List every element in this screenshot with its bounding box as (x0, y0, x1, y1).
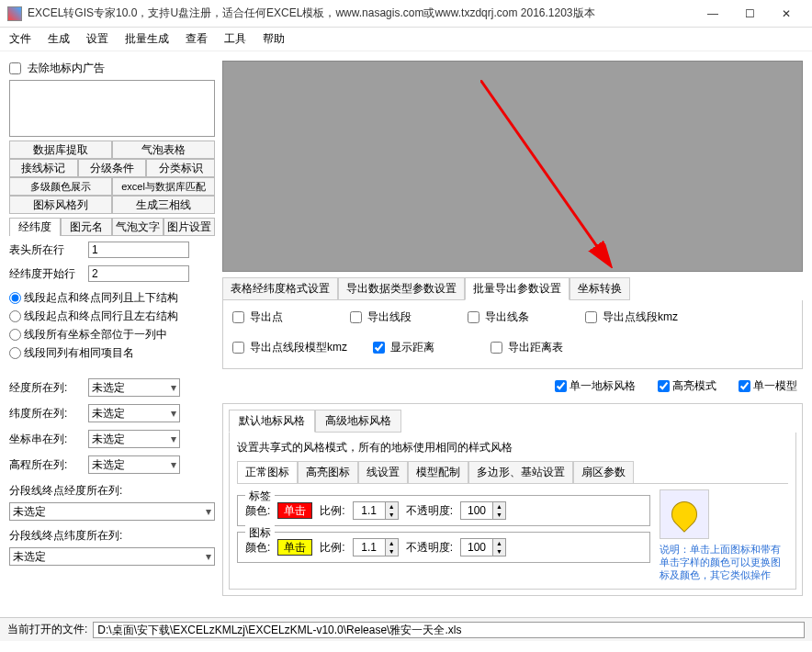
sstab-line-setting[interactable]: 线设置 (358, 461, 408, 483)
icon-style-col-button[interactable]: 图标风格列 (9, 196, 112, 214)
tab-bubble-text[interactable]: 气泡文字 (112, 218, 164, 236)
multi-color-button[interactable]: 多级颜色展示 (9, 177, 112, 196)
chk-export-line-label: 导出线条 (485, 309, 529, 325)
label-color-swatch[interactable]: 单击 (277, 502, 312, 519)
style-box: 默认地标风格 高级地标风格 设置共享式的风格模式，所有的地标使用相同的样式风格 … (222, 403, 803, 596)
chk-highlight-mode-label: 高亮模式 (672, 379, 716, 392)
maximize-button[interactable]: ☐ (731, 1, 768, 27)
seg-lng-select[interactable]: 未选定 (9, 502, 215, 521)
ptab-format[interactable]: 表格经纬度格式设置 (222, 277, 338, 300)
coord-col-select[interactable]: 未选定 (88, 430, 180, 448)
sstab-sector-param[interactable]: 扇区参数 (573, 461, 634, 483)
radio-horizontal-label: 线段起点和终点同行且左右结构 (24, 309, 178, 322)
pushpin-icon (666, 496, 703, 533)
menu-view[interactable]: 查看 (186, 31, 208, 47)
db-extract-button[interactable]: 数据库提取 (9, 141, 112, 159)
chk-export-point[interactable] (232, 311, 244, 323)
chk-export-ptsegmodel-kmz-label: 导出点线段模型kmz (250, 340, 347, 355)
chk-export-point-label: 导出点 (250, 309, 283, 325)
header-row-input[interactable] (88, 242, 189, 258)
icon-ratio-spin[interactable]: ▲▼ (353, 538, 399, 556)
chk-export-line[interactable] (468, 311, 479, 323)
ad-preview-box (9, 80, 215, 137)
close-button[interactable]: ✕ (768, 1, 805, 27)
tab-image-set[interactable]: 图片设置 (164, 218, 215, 236)
param-body: 导出点 导出线段 导出线条 导出点线段kmz 导出点线段模型kmz 显示距离 导… (222, 300, 803, 369)
gen-3line-button[interactable]: 生成三相线 (112, 196, 215, 214)
header-row-label: 表头所在行 (9, 242, 83, 258)
chk-single-landmark[interactable] (555, 380, 567, 392)
chk-show-distance-label: 显示距离 (390, 340, 434, 355)
sstab-normal-icon[interactable]: 正常图标 (237, 461, 298, 483)
menu-generate[interactable]: 生成 (48, 31, 70, 47)
seg-lat-select[interactable]: 未选定 (9, 547, 215, 566)
radio-horizontal[interactable] (9, 310, 21, 322)
ptab-export-type[interactable]: 导出数据类型参数设置 (338, 277, 465, 300)
menu-file[interactable]: 文件 (9, 31, 31, 47)
label-opac-spin[interactable]: ▲▼ (460, 501, 506, 520)
seg-lng-label: 分段线终点经度所在列: (9, 483, 215, 499)
lng-col-label: 经度所在列: (9, 380, 83, 396)
remove-ad-checkbox[interactable] (9, 62, 21, 74)
grade-cond-button[interactable]: 分级条件 (78, 159, 147, 177)
label-opac-lbl: 不透明度: (406, 503, 453, 519)
elev-col-select[interactable]: 未选定 (88, 455, 180, 474)
tab-element-name[interactable]: 图元名 (61, 218, 112, 236)
export-checks: 导出点 导出线段 导出线条 导出点线段kmz 导出点线段模型kmz 显示距离 导… (232, 309, 793, 355)
right-panel: 表格经纬度格式设置 导出数据类型参数设置 批量导出参数设置 坐标转换 导出点 导… (222, 61, 803, 608)
radio-sameproject[interactable] (9, 347, 21, 359)
app-icon (7, 6, 22, 21)
menu-help[interactable]: 帮助 (263, 31, 285, 47)
lng-col-select[interactable]: 未选定 (88, 378, 180, 397)
radio-onecolumn-label: 线段所有坐标全部位于一列中 (24, 328, 167, 341)
start-row-input[interactable] (88, 265, 189, 282)
icon-preview[interactable] (660, 489, 709, 539)
left-tabs: 经纬度 图元名 气泡文字 图片设置 (9, 218, 215, 236)
status-label: 当前打开的文件: (7, 622, 87, 637)
chk-show-distance[interactable] (373, 342, 385, 354)
arrow-annotation (480, 80, 627, 282)
lat-col-label: 纬度所在列: (9, 406, 83, 422)
lat-col-select[interactable]: 未选定 (88, 404, 180, 422)
subtabs: 正常图标 高亮图标 线设置 模型配制 多边形、基站设置 扇区参数 (237, 461, 788, 484)
menu-tools[interactable]: 工具 (224, 31, 246, 47)
radio-onecolumn[interactable] (9, 329, 21, 341)
minimize-button[interactable]: — (694, 1, 731, 27)
chk-highlight-mode[interactable] (658, 380, 670, 392)
sstab-model-config[interactable]: 模型配制 (408, 461, 468, 483)
icon-color-swatch[interactable]: 单击 (277, 539, 312, 556)
stab-advanced[interactable]: 高级地标风格 (315, 410, 401, 433)
menu-batch[interactable]: 批量生成 (125, 31, 169, 47)
sstab-polygon-base[interactable]: 多边形、基站设置 (468, 461, 573, 483)
class-mark-button[interactable]: 分类标识 (146, 159, 215, 177)
radio-vertical-label: 线段起点和终点同列且上下结构 (24, 291, 178, 304)
radio-sameproject-label: 线段同列有相同项目名 (24, 346, 134, 359)
icon-opac-spin[interactable]: ▲▼ (460, 538, 506, 556)
chk-export-ptseg-kmz[interactable] (585, 311, 597, 323)
menu-settings[interactable]: 设置 (86, 31, 108, 47)
group-icon: 图标 颜色: 单击 比例: ▲▼ 不透明度: ▲▼ (237, 532, 650, 563)
icon-opac-lbl: 不透明度: (406, 540, 453, 556)
left-panel: 去除地标内广告 数据库提取 气泡表格 接线标记 分级条件 分类标识 多级颜色展示… (9, 61, 215, 608)
bubble-grid-button[interactable]: 气泡表格 (112, 141, 215, 159)
group-label: 标签 颜色: 单击 比例: ▲▼ 不透明度: ▲▼ (237, 495, 650, 526)
tab-lnglat[interactable]: 经纬度 (9, 218, 61, 236)
chk-export-segment[interactable] (350, 311, 362, 323)
label-ratio-spin[interactable]: ▲▼ (353, 501, 399, 520)
sstab-highlight-icon[interactable]: 高亮图标 (298, 461, 358, 483)
chk-export-ptsegmodel-kmz[interactable] (232, 342, 244, 354)
start-row-label: 经纬度开始行 (9, 266, 83, 282)
structure-radios: 线段起点和终点同列且上下结构 线段起点和终点同行且左右结构 线段所有坐标全部位于… (9, 287, 215, 364)
tool-button-grid: 数据库提取 气泡表格 接线标记 分级条件 分类标识 多级颜色展示 excel与数… (9, 141, 215, 214)
style-desc: 设置共享式的风格模式，所有的地标使用相同的样式风格 (237, 440, 788, 455)
group-icon-title: 图标 (245, 525, 275, 541)
chk-export-dist-table[interactable] (491, 342, 502, 354)
chk-single-model[interactable] (739, 380, 750, 392)
remove-ad-label: 去除地标内广告 (28, 61, 105, 76)
chk-single-landmark-label: 单一地标风格 (570, 379, 636, 392)
wire-mark-button[interactable]: 接线标记 (9, 159, 78, 177)
stab-default[interactable]: 默认地标风格 (229, 410, 315, 433)
icon-color-lbl: 颜色: (245, 540, 270, 556)
excel-db-button[interactable]: excel与数据库匹配 (112, 177, 215, 196)
radio-vertical[interactable] (9, 292, 21, 304)
